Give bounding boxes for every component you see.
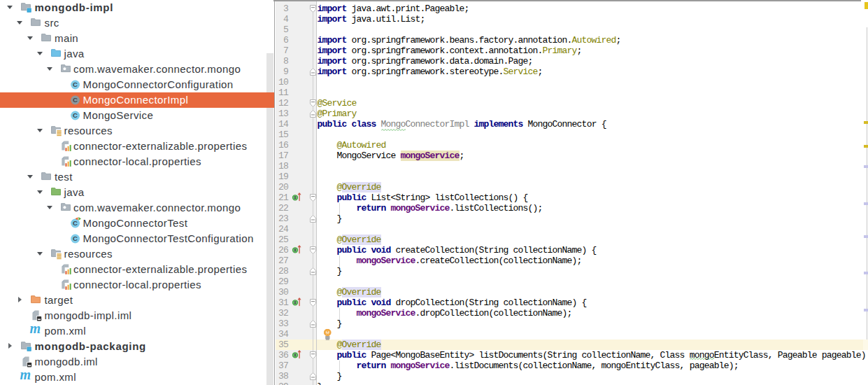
svg-text:C: C (73, 219, 78, 227)
svg-text:C: C (73, 111, 78, 119)
svg-text:C: C (73, 234, 78, 242)
svg-text:m: m (20, 367, 31, 382)
svg-text:C: C (73, 80, 78, 88)
svg-text:C: C (73, 96, 78, 104)
svg-text:m: m (29, 321, 41, 336)
